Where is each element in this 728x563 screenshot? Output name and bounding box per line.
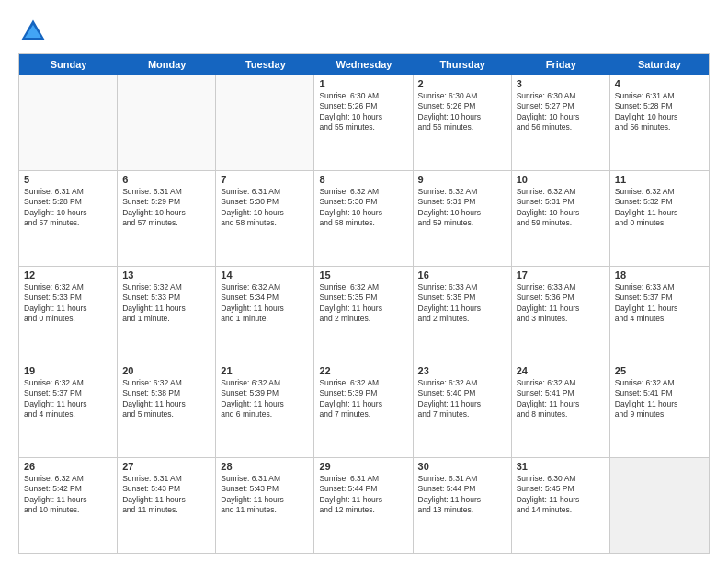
day-number: 14 [221, 270, 309, 281]
cell-line: Sunset: 5:40 PM [418, 388, 506, 398]
cell-line: Sunset: 5:41 PM [517, 388, 605, 398]
header-day-thursday: Thursday [414, 54, 512, 75]
calendar-row-5: 26Sunrise: 6:32 AMSunset: 5:42 PMDayligh… [19, 457, 709, 553]
cell-line: Daylight: 11 hours [24, 399, 112, 409]
day-number: 26 [24, 461, 112, 472]
cal-cell-29: 29Sunrise: 6:31 AMSunset: 5:44 PMDayligh… [314, 458, 413, 553]
cal-cell-18: 18Sunrise: 6:33 AMSunset: 5:37 PMDayligh… [610, 267, 709, 362]
cell-line: Daylight: 11 hours [24, 304, 112, 314]
cal-cell-16: 16Sunrise: 6:33 AMSunset: 5:35 PMDayligh… [414, 267, 512, 362]
calendar-row-1: 1Sunrise: 6:30 AMSunset: 5:26 PMDaylight… [19, 75, 709, 170]
cell-line: Sunset: 5:26 PM [418, 101, 506, 111]
cell-line: Daylight: 10 hours [319, 112, 407, 122]
cell-line: Sunset: 5:30 PM [221, 197, 309, 207]
cell-line: Sunset: 5:28 PM [615, 101, 704, 111]
day-number: 6 [122, 174, 210, 185]
day-number: 8 [319, 174, 407, 185]
cell-line: and 56 minutes. [615, 122, 704, 132]
cell-line: Daylight: 11 hours [517, 495, 605, 505]
cell-line: Sunrise: 6:32 AM [517, 187, 605, 197]
cell-line: Sunset: 5:31 PM [517, 197, 605, 207]
day-number: 21 [221, 365, 309, 376]
cell-line: Sunrise: 6:32 AM [221, 282, 309, 293]
cal-cell-9: 9Sunrise: 6:32 AMSunset: 5:31 PMDaylight… [414, 171, 512, 266]
header [18, 17, 710, 46]
cell-line: Sunset: 5:38 PM [122, 388, 210, 398]
cell-line: Sunrise: 6:30 AM [517, 474, 605, 484]
cal-cell-22: 22Sunrise: 6:32 AMSunset: 5:39 PMDayligh… [314, 362, 413, 457]
cell-line: and 12 minutes. [319, 505, 407, 515]
cell-line: Sunset: 5:26 PM [319, 101, 407, 111]
cell-line: Sunset: 5:37 PM [24, 388, 112, 398]
cal-cell-13: 13Sunrise: 6:32 AMSunset: 5:33 PMDayligh… [118, 267, 216, 362]
cell-line: Daylight: 11 hours [418, 495, 506, 505]
cell-line: Daylight: 11 hours [122, 304, 210, 314]
cell-line: and 5 minutes. [122, 409, 210, 419]
cell-line: and 57 minutes. [24, 218, 112, 228]
cell-line: Daylight: 10 hours [615, 112, 704, 122]
cell-line: Daylight: 11 hours [418, 399, 506, 409]
cell-line: Sunrise: 6:32 AM [24, 378, 112, 388]
cell-line: Sunrise: 6:32 AM [122, 378, 210, 388]
cell-line: and 0 minutes. [615, 218, 704, 228]
day-number: 25 [615, 365, 704, 376]
cell-line: Sunrise: 6:32 AM [517, 378, 605, 388]
cell-line: and 13 minutes. [418, 505, 506, 515]
calendar-row-3: 12Sunrise: 6:32 AMSunset: 5:33 PMDayligh… [19, 266, 709, 362]
cell-line: and 14 minutes. [517, 505, 605, 515]
cell-line: and 6 minutes. [221, 409, 309, 419]
cell-line: Daylight: 11 hours [418, 304, 506, 314]
cell-line: and 56 minutes. [517, 122, 605, 132]
cal-cell-25: 25Sunrise: 6:32 AMSunset: 5:41 PMDayligh… [610, 362, 709, 457]
cell-line: and 1 minute. [122, 314, 210, 324]
calendar-row-4: 19Sunrise: 6:32 AMSunset: 5:37 PMDayligh… [19, 362, 709, 457]
header-day-wednesday: Wednesday [314, 54, 413, 75]
cal-cell-5: 5Sunrise: 6:31 AMSunset: 5:28 PMDaylight… [19, 171, 118, 266]
cell-line: Sunset: 5:43 PM [122, 484, 210, 494]
cell-line: Daylight: 10 hours [517, 208, 605, 218]
cal-cell-26: 26Sunrise: 6:32 AMSunset: 5:42 PMDayligh… [19, 458, 118, 553]
cal-cell-30: 30Sunrise: 6:31 AMSunset: 5:44 PMDayligh… [414, 458, 512, 553]
cell-line: Sunrise: 6:32 AM [418, 378, 506, 388]
calendar-row-2: 5Sunrise: 6:31 AMSunset: 5:28 PMDaylight… [19, 170, 709, 266]
cell-line: Sunrise: 6:33 AM [517, 282, 605, 293]
cell-line: Sunrise: 6:32 AM [319, 282, 407, 293]
day-number: 10 [517, 174, 605, 185]
cell-line: Sunrise: 6:30 AM [517, 91, 605, 101]
cell-line: Sunset: 5:30 PM [319, 197, 407, 207]
header-day-tuesday: Tuesday [216, 54, 314, 75]
cell-line: Sunrise: 6:31 AM [221, 187, 309, 197]
cell-line: Sunset: 5:41 PM [615, 388, 704, 398]
cell-line: Daylight: 11 hours [319, 399, 407, 409]
day-number: 2 [418, 78, 506, 89]
cell-line: Sunrise: 6:31 AM [319, 474, 407, 484]
cal-cell-11: 11Sunrise: 6:32 AMSunset: 5:32 PMDayligh… [610, 171, 709, 266]
cell-line: Sunset: 5:45 PM [517, 484, 605, 494]
cell-line: Sunset: 5:27 PM [517, 101, 605, 111]
cell-line: Daylight: 10 hours [24, 208, 112, 218]
page: SundayMondayTuesdayWednesdayThursdayFrid… [0, 0, 728, 563]
cell-line: Sunrise: 6:31 AM [221, 474, 309, 484]
day-number: 4 [615, 78, 704, 89]
cal-cell-empty-0-1 [118, 75, 216, 170]
cell-line: and 8 minutes. [517, 409, 605, 419]
cell-line: and 9 minutes. [615, 409, 704, 419]
cell-line: Sunrise: 6:33 AM [615, 282, 704, 293]
cell-line: and 4 minutes. [615, 314, 704, 324]
day-number: 20 [122, 365, 210, 376]
cell-line: Daylight: 11 hours [615, 304, 704, 314]
day-number: 18 [615, 270, 704, 281]
cell-line: Sunset: 5:37 PM [615, 293, 704, 303]
cal-cell-27: 27Sunrise: 6:31 AMSunset: 5:43 PMDayligh… [118, 458, 216, 553]
cell-line: Daylight: 11 hours [615, 399, 704, 409]
cell-line: Daylight: 11 hours [221, 495, 309, 505]
cell-line: and 10 minutes. [24, 505, 112, 515]
cell-line: Daylight: 11 hours [24, 495, 112, 505]
cal-cell-15: 15Sunrise: 6:32 AMSunset: 5:35 PMDayligh… [314, 267, 413, 362]
logo [18, 17, 51, 46]
day-number: 15 [319, 270, 407, 281]
cell-line: Sunset: 5:44 PM [319, 484, 407, 494]
day-number: 22 [319, 365, 407, 376]
header-day-monday: Monday [118, 54, 216, 75]
cal-cell-23: 23Sunrise: 6:32 AMSunset: 5:40 PMDayligh… [414, 362, 512, 457]
